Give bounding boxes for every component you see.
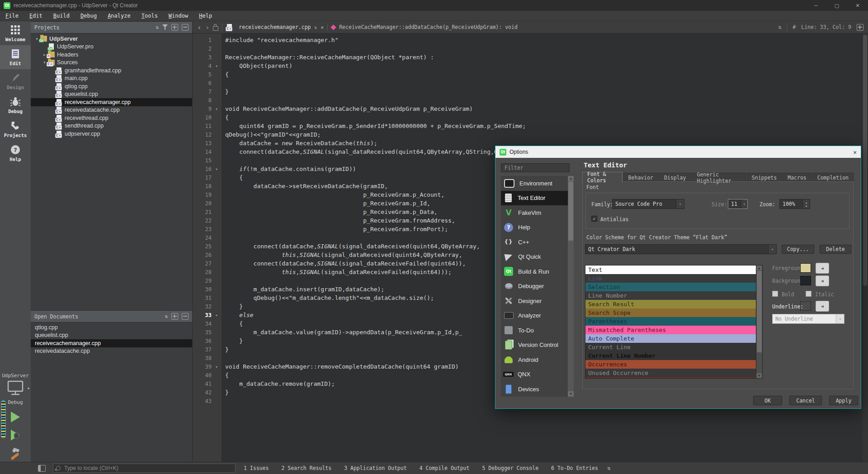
spin-arrows-icon[interactable]: ▲▼ (802, 199, 810, 209)
scroll-down-icon[interactable]: ▼ (756, 373, 762, 378)
cancel-button[interactable]: Cancel (789, 396, 822, 405)
close-document-icon[interactable]: ✕ (321, 24, 324, 30)
open-document-qtlog-cpp[interactable]: qtlog.cpp (31, 323, 192, 332)
color-scheme-select[interactable]: Qt Creator Dark ▾ (585, 244, 777, 254)
color-item-mismatched-parentheses[interactable]: Mismatched Parentheses (585, 326, 756, 334)
code-line-8[interactable]: 8 (193, 96, 868, 104)
tab-generic-highlighter[interactable]: Generic Highlighter (692, 173, 745, 182)
category-c[interactable]: {}C++ (501, 235, 568, 250)
split-editor-icon[interactable] (857, 24, 863, 31)
mode-edit[interactable]: Edit (0, 45, 31, 69)
menu-tools[interactable]: Tools (136, 11, 163, 21)
pane-mode-combo-icon[interactable]: ⇅ (156, 24, 159, 30)
output-pane-4-compile-output[interactable]: 4 Compile Output (419, 465, 471, 471)
underline-style-select[interactable]: No Underline ▾ (772, 314, 844, 324)
category-debugger[interactable]: Debugger (501, 279, 568, 294)
tree-item-udpserver-cpp[interactable]: C+udpserver.cpp (31, 130, 192, 138)
category-analyzer[interactable]: Analyzer (501, 308, 568, 323)
tree-item-receivecachemanager-cpp[interactable]: C+receivecachemanager.cpp (31, 98, 192, 106)
split-pane-icon[interactable] (171, 313, 178, 320)
code-line-7[interactable]: 7} (193, 87, 868, 96)
code-line-12[interactable]: 12qDebug()<<"gramID"<<gramID; (193, 130, 868, 139)
color-item-text[interactable]: Text (585, 265, 756, 274)
category-build-run[interactable]: QtBuild & Run (501, 264, 568, 279)
font-family-select[interactable]: Source Code Pro ▾ (612, 199, 684, 209)
apply-button[interactable]: Apply (829, 396, 858, 405)
output-pane-arrows-icon[interactable]: ⇅ (607, 465, 610, 471)
code-line-9[interactable]: 9▾void ReceiveCacheManager::addDataCache… (193, 104, 868, 113)
color-item-partial[interactable] (585, 377, 756, 379)
fold-marker-icon[interactable]: ▾ (212, 107, 222, 111)
category-android[interactable]: Android (501, 352, 568, 367)
font-size-select[interactable]: 11 ▾ (728, 199, 748, 209)
open-document-queuelist-cpp[interactable]: queuelist.cpp (31, 332, 192, 340)
ok-button[interactable]: OK (753, 396, 782, 405)
dialog-title-bar[interactable]: Qt Options ✕ (495, 146, 861, 158)
color-item-link[interactable]: Link (585, 274, 756, 283)
delete-scheme-button[interactable]: Delete (820, 245, 851, 254)
pane-mode-combo-icon[interactable]: ⇅ (165, 313, 168, 319)
color-item-auto-complete[interactable]: Auto Complete (585, 334, 756, 343)
close-button[interactable]: ✕ (847, 0, 868, 11)
output-pane-5-debugger-console[interactable]: 5 Debugger Console (481, 465, 539, 471)
menu-debug[interactable]: Debug (75, 11, 102, 21)
color-item-line-number[interactable]: Line Number (585, 291, 756, 300)
tree-item-gramhandlethread-cpp[interactable]: C+gramhandlethread.cpp (31, 66, 192, 75)
open-document-receivecachemanager-cpp[interactable]: receivecachemanager.cpp (31, 339, 192, 347)
kit-selector-button[interactable]: ▸ (6, 380, 24, 398)
tree-item-main-cpp[interactable]: C+main.cpp (31, 75, 192, 83)
code-line-4[interactable]: 4▾ QObject(parent) (193, 62, 868, 70)
editor-symbol-breadcrumb[interactable]: ReceiveCacheManager::addDataCache(p_Rece… (339, 24, 518, 30)
tree-item-receivedatacache-cpp[interactable]: C+receivedatacache.cpp (31, 106, 192, 114)
document-dropdown-icon[interactable]: ⇅ (315, 25, 317, 30)
output-pane-6-to-do-entries[interactable]: 6 To-Do Entries (550, 465, 599, 471)
tree-item-qtlog-cpp[interactable]: C+qtlog.cpp (31, 82, 192, 90)
antialias-checkbox[interactable]: ✓ (591, 216, 597, 222)
category-help[interactable]: ?Help (501, 220, 568, 235)
mode-design[interactable]: Design (0, 69, 31, 93)
tree-item-udpserver-pro[interactable]: QtUdpServer.pro (31, 43, 192, 51)
scroll-up-icon[interactable]: ▲ (756, 265, 762, 270)
line-col-indicator[interactable]: Line: 33, Col: 9 (801, 24, 851, 30)
color-item-selection[interactable]: Selection (585, 283, 756, 291)
go-forward-icon[interactable]: › (205, 23, 210, 32)
tree-item-recevethread-cpp[interactable]: C+recevethread.cpp (31, 114, 192, 122)
locator-input[interactable] (63, 465, 232, 472)
category-designer[interactable]: Designer (501, 294, 568, 308)
tree-item-headers[interactable]: ▸hHeaders (31, 51, 192, 59)
tab-completion[interactable]: Completion (812, 173, 854, 182)
tab-font-colors[interactable]: Font & Colors (582, 172, 623, 182)
color-item-parentheses[interactable]: Parentheses (585, 317, 756, 326)
go-back-icon[interactable]: ‹ (197, 23, 202, 32)
category-fakevim[interactable]: VFakeVim (501, 205, 568, 220)
symbol-dropdown-icon[interactable]: ⇅ (778, 24, 781, 30)
scroll-down-icon[interactable]: ▼ (568, 391, 574, 397)
build-hammer-button[interactable] (8, 447, 23, 460)
background-reset-button[interactable]: ◀ (816, 275, 829, 286)
toggle-sidebar-icon[interactable] (38, 465, 46, 472)
color-item-search-result[interactable]: Search Result (585, 300, 756, 308)
foreground-reset-button[interactable]: ◀ (816, 263, 829, 274)
close-pane-icon[interactable] (182, 24, 189, 31)
category-qnx[interactable]: QNXQNX (501, 367, 568, 382)
color-list-scrollbar[interactable]: ▲ ▼ (756, 265, 762, 378)
menu-edit[interactable]: Edit (24, 11, 48, 21)
split-pane-icon[interactable] (171, 24, 178, 31)
category-environment[interactable]: Environment (501, 176, 568, 191)
category-filter-input[interactable] (504, 164, 567, 171)
zoom-spinbox[interactable]: 100% ▲▼ (779, 199, 810, 209)
underline-color-swatch[interactable] (800, 301, 811, 311)
output-pane-1-issues[interactable]: 1 Issues (243, 465, 269, 471)
dialog-close-icon[interactable]: ✕ (853, 149, 857, 156)
output-pane-3-application-output[interactable]: 3 Application Output (343, 465, 407, 471)
color-item-unused-occurrence[interactable]: Unused Occurrence (585, 369, 756, 377)
filter-icon[interactable] (162, 24, 168, 30)
code-line-5[interactable]: 5{ (193, 70, 868, 79)
tab-snippets[interactable]: Snippets (747, 173, 782, 182)
category-filter-box[interactable] (501, 163, 570, 172)
code-line-1[interactable]: 1#include "receivecachemanager.h" (193, 36, 868, 44)
fold-marker-icon[interactable]: ▾ (212, 167, 222, 171)
fold-marker-icon[interactable]: ▾ (212, 313, 222, 318)
mode-projects[interactable]: Projects (0, 117, 31, 141)
mode-debug[interactable]: Debug (0, 93, 31, 117)
